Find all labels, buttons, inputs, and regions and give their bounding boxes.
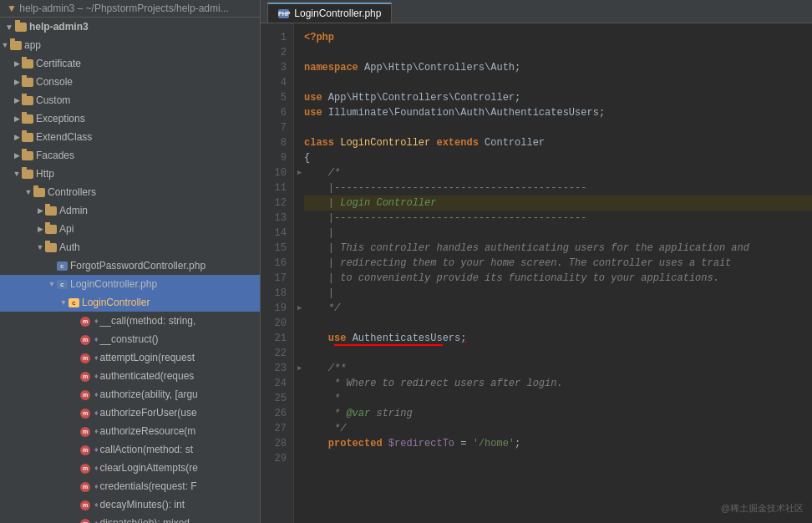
code-line-16: | redirecting them to your home screen. …: [304, 256, 812, 271]
line-number-12: 12: [264, 195, 287, 211]
code-line-21: use AuthenticatesUsers;: [304, 331, 812, 346]
code-token: * Where to redirect users after login.: [304, 376, 563, 391]
fold-arrow[interactable]: ▶: [297, 165, 302, 180]
code-line-14: |: [304, 226, 812, 241]
tab-bar: PHP LoginController.php: [261, 0, 812, 23]
line-number-11: 11: [264, 180, 287, 195]
line-number-13: 13: [264, 211, 287, 226]
line-number-1: 1: [264, 30, 287, 45]
code-line-1: <?php: [304, 30, 812, 45]
code-line-19: ▶ */: [304, 301, 812, 316]
tree-item-m_attemptlogin[interactable]: m♦attemptLogin(request: [0, 348, 260, 367]
tab-php-icon: PHP: [278, 9, 289, 18]
watermark: @稀土掘金技术社区: [721, 502, 804, 515]
code-token: $redirectTo: [388, 436, 454, 451]
code-line-20: [304, 316, 812, 331]
line-number-4: 4: [264, 75, 287, 90]
code-token: /**: [304, 361, 346, 376]
tree-item-m_authenticated[interactable]: m♦authenticated(reques: [0, 367, 260, 385]
project-root-icon: ▼: [7, 3, 19, 14]
tree-item-m_credentials[interactable]: m♦credentials(request: F: [0, 477, 260, 495]
tree-item-app[interactable]: ▼ app: [0, 36, 260, 54]
tree-item-auth[interactable]: ▼ Auth: [0, 238, 260, 256]
code-token: string: [370, 406, 412, 421]
tree-item-m_authorize[interactable]: m♦authorize(ability, [argu: [0, 385, 260, 404]
tab-label: LoginController.php: [294, 8, 381, 19]
tree-item-extendclass[interactable]: ▶ ExtendClass: [0, 128, 260, 146]
line-number-3: 3: [264, 60, 287, 75]
code-token: ;: [599, 105, 605, 120]
tree-item-logincontrollerphp[interactable]: ▼CLoginController.php: [0, 275, 260, 293]
code-token: *: [304, 391, 340, 406]
code-token: Illuminate\Foundation\Auth\Authenticates…: [328, 105, 599, 120]
line-number-22: 22: [264, 346, 287, 361]
code-token: | This controller handles authenticating…: [304, 241, 749, 256]
tree-item-m___construct[interactable]: m♦__construct(): [0, 330, 260, 348]
tree-item-custom[interactable]: ▶ Custom: [0, 91, 260, 109]
tree-item-api[interactable]: ▶ Api: [0, 220, 260, 238]
code-editor-panel: PHP LoginController.php 1234567891011121…: [261, 0, 812, 523]
code-token: extends: [436, 135, 485, 150]
code-line-6: use Illuminate\Foundation\Auth\Authentic…: [304, 105, 812, 120]
tree-item-m_dispatch[interactable]: m♦dispatch(job): mixed: [0, 514, 260, 523]
fold-arrow[interactable]: ▶: [297, 361, 302, 376]
line-number-20: 20: [264, 316, 287, 331]
tree-item-controllers[interactable]: ▼ Controllers: [0, 183, 260, 201]
code-token: *: [304, 406, 346, 421]
code-token: | redirecting them to your home screen. …: [304, 256, 731, 271]
tree-item-m_clearloginattempts[interactable]: m♦clearLoginAttempts(re: [0, 459, 260, 477]
code-token: '/home': [473, 436, 515, 451]
line-number-10: 10: [264, 165, 287, 180]
code-token: [304, 436, 328, 451]
code-token: use: [304, 90, 328, 105]
code-line-28: protected $redirectTo = '/home';: [304, 436, 812, 451]
code-token: {: [304, 150, 310, 165]
tree-item-m_authorizeforuser[interactable]: m♦authorizeForUser(use: [0, 404, 260, 422]
code-line-26: * @var string: [304, 406, 812, 421]
tree-item-facades[interactable]: ▶ Facades: [0, 146, 260, 165]
code-token: App\Http\Controllers\Controller: [328, 90, 515, 105]
code-token: |---------------------------------------…: [304, 180, 586, 195]
line-number-16: 16: [264, 256, 287, 271]
code-line-10: ▶ /*: [304, 165, 812, 180]
line-number-17: 17: [264, 271, 287, 286]
code-line-7: [304, 120, 812, 135]
code-line-27: */: [304, 421, 812, 436]
tree-item-logincontrollerclass[interactable]: ▼CLoginController: [0, 293, 260, 312]
code-line-18: |: [304, 286, 812, 301]
tree-item-console[interactable]: ▶ Console: [0, 73, 260, 91]
code-token: protected: [328, 436, 388, 451]
tree-item-m_callaction[interactable]: m♦callAction(method: st: [0, 440, 260, 459]
line-number-6: 6: [264, 105, 287, 120]
line-number-26: 26: [264, 406, 287, 421]
line-number-8: 8: [264, 135, 287, 150]
tree-item-forgotpassword[interactable]: CForgotPasswordController.php: [0, 256, 260, 275]
tree-item-http[interactable]: ▼ Http: [0, 165, 260, 183]
code-line-8: class LoginController extends Controller: [304, 135, 812, 150]
project-header: ▼ help-admin3 – ~/PhpstormProjects/help-…: [0, 0, 260, 18]
tree-root[interactable]: ▼ help-admin3: [0, 18, 260, 36]
tab-logincontroller[interactable]: PHP LoginController.php: [267, 3, 392, 23]
line-number-5: 5: [264, 90, 287, 105]
fold-arrow[interactable]: ▶: [297, 301, 302, 316]
code-line-22: [304, 346, 812, 361]
code-token: Login Controller: [340, 195, 436, 211]
tree-item-m_decayminutes[interactable]: m♦decayMinutes(): int: [0, 495, 260, 514]
tree-item-m_authorizeresource[interactable]: m♦authorizeResource(m: [0, 422, 260, 440]
code-token: | to conveniently provide its functional…: [304, 271, 719, 286]
line-number-24: 24: [264, 376, 287, 391]
line-number-25: 25: [264, 391, 287, 406]
code-line-9: {: [304, 150, 812, 165]
code-line-5: use App\Http\Controllers\Controller;: [304, 90, 812, 105]
file-tree-panel: ▼ help-admin3 – ~/PhpstormProjects/help-…: [0, 0, 261, 523]
code-token: ;: [460, 331, 466, 346]
tree-item-m___call[interactable]: m♦__call(method: string,: [0, 312, 260, 330]
tree-item-certificate[interactable]: ▶ Certificate: [0, 54, 260, 73]
code-line-2: [304, 45, 812, 60]
code-token: class: [304, 135, 340, 150]
tree-item-exceptions[interactable]: ▶ Exceptions: [0, 109, 260, 128]
code-token: @var: [346, 406, 370, 421]
code-token: |---------------------------------------…: [304, 211, 586, 226]
code-content-area[interactable]: 1234567891011121314151617181920212223242…: [261, 23, 812, 523]
tree-item-admin[interactable]: ▶ Admin: [0, 201, 260, 220]
